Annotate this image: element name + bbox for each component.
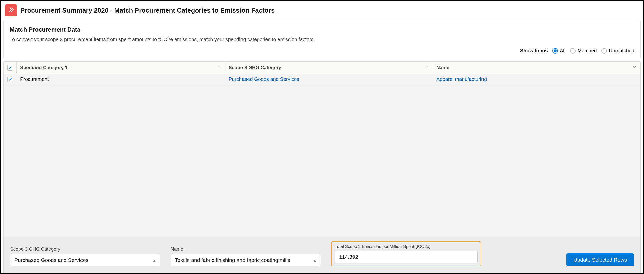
input-emissions-value: 114.392 [339, 254, 358, 260]
radio-dot-icon [601, 48, 607, 54]
radio-all[interactable]: All [552, 48, 566, 54]
info-card: Match Procurement Data To convert your s… [3, 20, 641, 59]
column-header-ghg[interactable]: Scope 3 GHG Category [225, 62, 433, 74]
radio-all-label: All [560, 48, 566, 54]
select-ghg-value: Purchased Goods and Services [14, 257, 88, 263]
radio-matched[interactable]: Matched [570, 48, 597, 54]
update-selected-rows-button[interactable]: Update Selected Rows [566, 253, 634, 266]
header-checkbox-cell [4, 62, 17, 74]
cell-ghg-link[interactable]: Purchased Goods and Services [225, 74, 433, 85]
triangle-up-icon: ▲ [152, 258, 156, 262]
cell-name-link[interactable]: Apparel manufacturing [433, 74, 640, 85]
titlebar: Procurement Summary 2020 - Match Procure… [3, 3, 641, 20]
row-checkbox[interactable] [7, 77, 13, 82]
sort-ascending-icon: ↑ [69, 65, 71, 70]
field-emissions-label: Total Scope 3 Emissions per Million Spen… [335, 244, 478, 249]
grid-body: Procurement Purchased Goods and Services… [4, 74, 640, 236]
page-title: Procurement Summary 2020 - Match Procure… [20, 7, 275, 14]
app-icon [5, 4, 17, 16]
chevron-down-icon[interactable] [425, 65, 429, 71]
input-emissions[interactable]: 114.392 [335, 251, 478, 263]
chevron-down-icon[interactable] [217, 65, 221, 71]
select-name-value: Textile and fabric finishing and fabric … [175, 257, 290, 263]
field-name-label: Name [171, 246, 321, 252]
chevron-down-icon[interactable] [632, 65, 637, 71]
radio-matched-label: Matched [578, 48, 597, 54]
radio-dot-icon [552, 48, 558, 54]
column-header-spending-label: Spending Category 1 [20, 65, 68, 71]
field-emissions-highlighted: Total Scope 3 Emissions per Million Spen… [331, 241, 481, 266]
cell-spending: Procurement [17, 74, 225, 85]
field-name: Name Textile and fabric finishing and fa… [171, 246, 321, 266]
column-header-name-label: Name [436, 65, 449, 71]
filter-label: Show Items [520, 48, 548, 54]
radio-unmatched-label: Unmatched [609, 48, 634, 54]
card-description: To convert your scope 3 procurement item… [10, 37, 634, 42]
grid-header: Spending Category 1 ↑ Scope 3 GHG Catego… [4, 62, 640, 74]
filter-row: Show Items All Matched Unmatched [10, 48, 634, 54]
row-checkbox-cell [4, 74, 17, 85]
column-header-ghg-label: Scope 3 GHG Category [229, 65, 281, 71]
card-title: Match Procurement Data [10, 26, 634, 33]
column-header-name[interactable]: Name [433, 62, 640, 74]
radio-unmatched[interactable]: Unmatched [601, 48, 634, 54]
select-all-checkbox[interactable] [7, 65, 13, 71]
field-ghg-label: Scope 3 GHG Category [10, 246, 160, 252]
field-ghg-category: Scope 3 GHG Category Purchased Goods and… [10, 246, 160, 266]
select-name[interactable]: Textile and fabric finishing and fabric … [171, 254, 321, 266]
radio-dot-icon [570, 48, 576, 54]
table-row[interactable]: Procurement Purchased Goods and Services… [4, 74, 640, 85]
column-header-spending[interactable]: Spending Category 1 ↑ [17, 62, 225, 74]
footer-panel: Scope 3 GHG Category Purchased Goods and… [4, 236, 640, 273]
select-ghg-category[interactable]: Purchased Goods and Services ▲ [10, 254, 160, 266]
triangle-up-icon: ▲ [313, 258, 317, 262]
data-grid: Spending Category 1 ↑ Scope 3 GHG Catego… [3, 61, 641, 273]
